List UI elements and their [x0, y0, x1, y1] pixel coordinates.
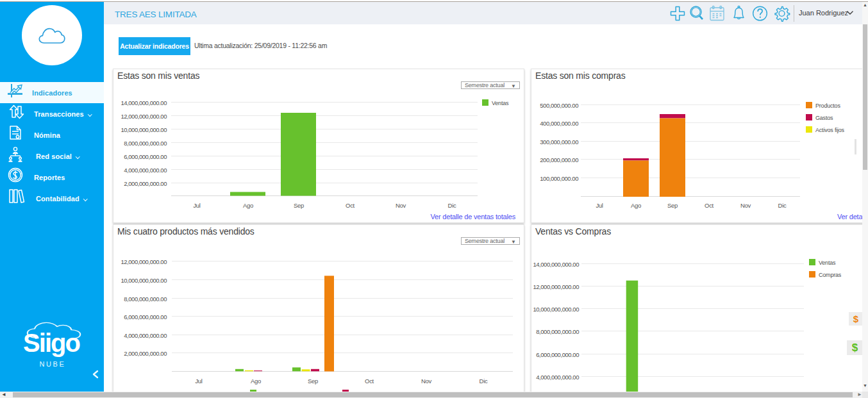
- svg-text:Sep: Sep: [667, 202, 678, 209]
- svg-text:Ventas: Ventas: [492, 100, 509, 106]
- svg-text:8,000,000,000.00: 8,000,000,000.00: [124, 140, 167, 147]
- svg-text:4,000,000,000.00: 4,000,000,000.00: [124, 332, 167, 339]
- svg-text:Sep: Sep: [294, 202, 304, 209]
- svg-text:Jul: Jul: [195, 377, 202, 385]
- svg-text:Ago: Ago: [251, 377, 261, 385]
- svg-text:Dic: Dic: [448, 202, 456, 209]
- svg-text:Compras: Compras: [819, 272, 842, 278]
- svg-text:6,000,000,000.00: 6,000,000,000.00: [536, 351, 579, 358]
- svg-text:Oct: Oct: [365, 377, 374, 385]
- svg-text:Nov: Nov: [740, 202, 751, 209]
- svg-text:14,000,000,000.00: 14,000,000,000.00: [533, 261, 579, 268]
- svg-text:400,000,000.00: 400,000,000.00: [540, 120, 578, 127]
- svg-text:Ago: Ago: [243, 202, 253, 209]
- svg-text:10,000,000,000.00: 10,000,000,000.00: [533, 306, 579, 313]
- svg-text:2,000,000,000.00: 2,000,000,000.00: [124, 180, 167, 187]
- svg-text:Ago: Ago: [631, 202, 641, 209]
- svg-text:8,000,000,000.00: 8,000,000,000.00: [124, 295, 167, 303]
- svg-text:12,000,000,000.00: 12,000,000,000.00: [121, 113, 167, 120]
- svg-text:300,000,000.00: 300,000,000.00: [540, 138, 578, 145]
- svg-text:Oct: Oct: [346, 202, 355, 209]
- svg-text:Dic: Dic: [778, 202, 787, 209]
- svg-text:Jul: Jul: [193, 202, 200, 209]
- svg-text:10,000,000,000.00: 10,000,000,000.00: [121, 277, 167, 284]
- svg-text:8,000,000,000.00: 8,000,000,000.00: [536, 328, 579, 335]
- svg-text:200,000,000.00: 200,000,000.00: [540, 156, 578, 163]
- svg-text:Productos: Productos: [815, 103, 840, 109]
- svg-text:4,000,000,000.00: 4,000,000,000.00: [124, 167, 167, 174]
- svg-text:NUBE: NUBE: [40, 360, 66, 368]
- svg-text:6,000,000,000.00: 6,000,000,000.00: [124, 153, 167, 160]
- svg-text:Siigo: Siigo: [23, 329, 79, 357]
- svg-text:Activos fijos: Activos fijos: [815, 127, 845, 133]
- svg-text:14,000,000,000.00: 14,000,000,000.00: [121, 99, 167, 106]
- svg-text:100,000,000.00: 100,000,000.00: [540, 175, 578, 182]
- svg-text:500,000,000.00: 500,000,000.00: [540, 102, 578, 109]
- svg-text:Oct: Oct: [705, 202, 714, 209]
- svg-text:Sep: Sep: [308, 377, 318, 385]
- svg-text:Dic: Dic: [480, 377, 488, 385]
- svg-text:Gastos: Gastos: [815, 115, 833, 121]
- svg-text:4,000,000,000.00: 4,000,000,000.00: [536, 374, 579, 381]
- svg-text:10,000,000,000.00: 10,000,000,000.00: [121, 126, 167, 133]
- svg-text:12,000,000,000.00: 12,000,000,000.00: [533, 283, 579, 290]
- svg-text:6,000,000,000.00: 6,000,000,000.00: [124, 313, 167, 320]
- svg-text:Nov: Nov: [396, 202, 406, 209]
- svg-text:Ventas: Ventas: [819, 260, 836, 266]
- svg-text:Nov: Nov: [421, 377, 432, 385]
- svg-text:Jul: Jul: [596, 202, 603, 209]
- svg-text:12,000,000,000.00: 12,000,000,000.00: [121, 258, 167, 265]
- svg-text:2,000,000,000.00: 2,000,000,000.00: [124, 350, 167, 357]
